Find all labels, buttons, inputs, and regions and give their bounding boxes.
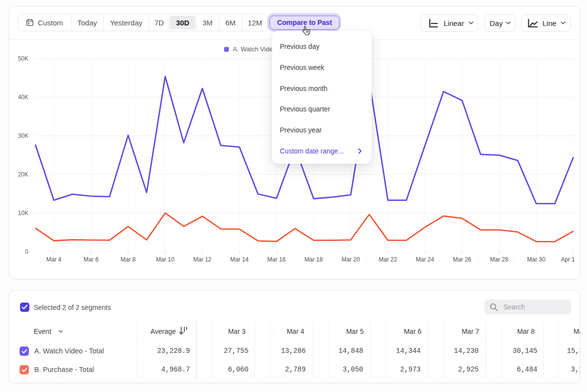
svg-text:Mar 6: Mar 6 xyxy=(84,256,99,263)
svg-text:Mar 28: Mar 28 xyxy=(490,256,509,263)
svg-text:0: 0 xyxy=(25,248,28,255)
svg-text:Apr 1: Apr 1 xyxy=(561,256,575,263)
svg-text:Mar 8: Mar 8 xyxy=(121,256,136,263)
svg-text:Mar 14: Mar 14 xyxy=(230,256,249,263)
svg-text:10K: 10K xyxy=(18,210,28,217)
svg-text:Mar 22: Mar 22 xyxy=(379,256,397,263)
svg-text:30K: 30K xyxy=(18,132,28,139)
svg-text:Mar 24: Mar 24 xyxy=(416,256,434,263)
svg-text:Mar 16: Mar 16 xyxy=(268,256,286,263)
svg-text:40K: 40K xyxy=(18,94,28,101)
svg-text:Mar 18: Mar 18 xyxy=(305,256,323,263)
svg-text:Mar 26: Mar 26 xyxy=(453,256,472,263)
svg-text:Mar 20: Mar 20 xyxy=(341,256,360,263)
svg-text:20K: 20K xyxy=(18,171,28,178)
svg-text:Mar 4: Mar 4 xyxy=(46,256,62,263)
svg-text:Mar 12: Mar 12 xyxy=(193,256,212,263)
svg-text:Mar 10: Mar 10 xyxy=(156,256,175,263)
svg-text:50K: 50K xyxy=(18,55,28,62)
svg-text:Mar 30: Mar 30 xyxy=(527,256,546,263)
